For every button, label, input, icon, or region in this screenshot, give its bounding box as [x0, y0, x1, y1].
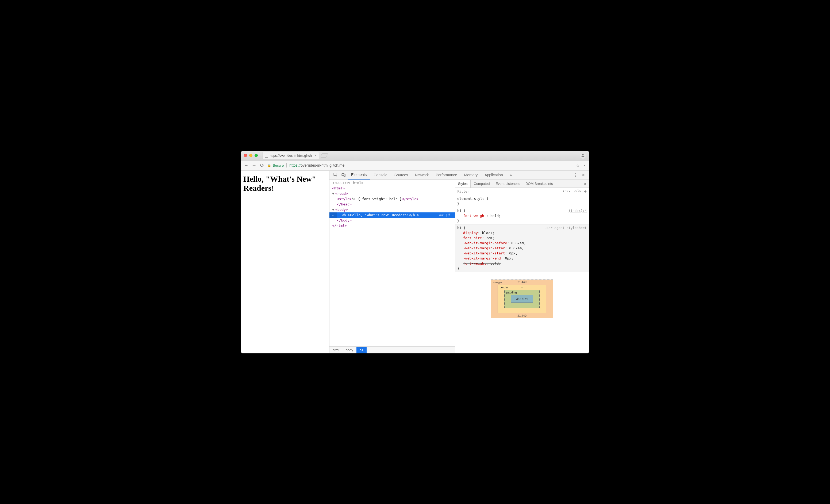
rule-h1-user-agent[interactable]: user agent stylesheet h1 { display: bloc…	[455, 224, 589, 272]
crumb-h1[interactable]: h1	[356, 347, 366, 353]
styles-tabs-overflow[interactable]: »	[582, 180, 589, 188]
devtools-close-icon[interactable]: ✕	[582, 172, 585, 178]
tab-application[interactable]: Application	[481, 171, 506, 180]
dom-line-html-open[interactable]: <html>	[329, 186, 455, 191]
crumb-html[interactable]: html	[329, 347, 343, 353]
devtools-tabs: Elements Console Sources Network Perform…	[329, 171, 589, 180]
rule-source-ua: user agent stylesheet	[544, 225, 587, 230]
inspect-element-button[interactable]	[331, 171, 340, 180]
chrome-menu-icon[interactable]: ⋮	[582, 163, 587, 168]
maximize-window-button[interactable]	[255, 154, 258, 157]
divider	[286, 163, 287, 167]
url-protocol: https://	[289, 163, 300, 167]
browser-window: https://overrides-in-html.glitch × ← → ⟳…	[241, 151, 589, 353]
box-border[interactable]: border - - - - padding - -	[498, 285, 546, 313]
pointer-icon	[333, 172, 338, 177]
lock-icon: 🔒	[267, 164, 271, 167]
person-icon	[581, 153, 585, 158]
file-icon	[265, 154, 268, 158]
box-content[interactable]: 352 × 74	[511, 295, 533, 303]
dom-line-body-open[interactable]: ▼<body>	[329, 207, 455, 212]
device-toolbar-button[interactable]	[340, 171, 348, 180]
dom-breadcrumbs: html body h1	[329, 346, 455, 353]
tab-title: https://overrides-in-html.glitch	[270, 154, 312, 158]
new-tab-button[interactable]	[320, 153, 328, 158]
secure-label: Secure	[273, 163, 284, 167]
devtools-body: <!DOCTYPE html> <html> ▼<head> <style>h1…	[329, 180, 589, 353]
box-model: margin 21.440 21.440 - - border - - -	[455, 272, 589, 353]
tabs-overflow[interactable]: »	[506, 171, 515, 180]
devtools-panel: Elements Console Sources Network Perform…	[329, 171, 589, 353]
styles-filter-row: Filter :hov .cls +	[455, 188, 589, 195]
tab-dom-breakpoints[interactable]: DOM Breakpoints	[522, 180, 556, 188]
styles-tabs: Styles Computed Event Listeners DOM Brea…	[455, 180, 589, 188]
browser-tab[interactable]: https://overrides-in-html.glitch ×	[263, 152, 319, 159]
rule-h1-author[interactable]: (index):4 h1 { font-weight: bold; }	[455, 207, 589, 224]
tab-computed[interactable]: Computed	[471, 180, 492, 188]
dom-tree[interactable]: <!DOCTYPE html> <html> ▼<head> <style>h1…	[329, 180, 455, 346]
cls-toggle[interactable]: .cls	[573, 189, 581, 194]
url-display[interactable]: https://overrides-in-html.glitch.me	[289, 163, 344, 167]
tab-event-listeners[interactable]: Event Listeners	[492, 180, 522, 188]
box-margin[interactable]: margin 21.440 21.440 - - border - - -	[491, 280, 553, 318]
content-row: Hello, "What's New" Readers! Elements Co…	[241, 171, 589, 353]
tab-network[interactable]: Network	[412, 171, 432, 180]
close-tab-icon[interactable]: ×	[315, 154, 317, 158]
dom-line-style[interactable]: <style>h1 { font-weight: bold }</style>	[329, 196, 455, 202]
rule-source-link[interactable]: (index):4	[569, 208, 587, 213]
dom-line-head-open[interactable]: ▼<head>	[329, 191, 455, 196]
url-host: overrides-in-html.glitch.me	[300, 163, 344, 167]
crumb-body[interactable]: body	[343, 347, 356, 353]
tab-sources[interactable]: Sources	[391, 171, 412, 180]
window-controls	[244, 154, 258, 157]
dom-line-html-close[interactable]: </html>	[329, 223, 455, 228]
back-button[interactable]: ←	[243, 163, 249, 168]
profile-avatar[interactable]	[580, 152, 586, 159]
rule-element-style[interactable]: element.style { }	[455, 195, 589, 207]
tab-console[interactable]: Console	[370, 171, 391, 180]
devices-icon	[341, 172, 346, 177]
bookmark-star-icon[interactable]: ☆	[576, 163, 580, 168]
tab-memory[interactable]: Memory	[461, 171, 481, 180]
forward-button[interactable]: →	[251, 163, 257, 168]
dom-line-doctype[interactable]: <!DOCTYPE html>	[329, 180, 455, 186]
tab-styles[interactable]: Styles	[455, 180, 471, 188]
selected-gutter: …	[329, 212, 337, 218]
dom-line-body-close[interactable]: </body>	[329, 218, 455, 223]
titlebar: https://overrides-in-html.glitch ×	[241, 151, 589, 160]
style-rules: element.style { } (index):4 h1 { font-we…	[455, 195, 589, 272]
page-heading: Hello, "What's New" Readers!	[243, 175, 327, 193]
selected-annotation: == $0	[439, 212, 452, 218]
styles-filter-input[interactable]: Filter	[457, 189, 560, 193]
new-style-rule-button[interactable]: +	[584, 189, 587, 194]
devtools-menu-icon[interactable]: ⋮	[574, 172, 578, 178]
dom-line-head-close[interactable]: </head>	[329, 202, 455, 207]
secure-indicator[interactable]: 🔒 Secure	[267, 163, 284, 167]
minimize-window-button[interactable]	[249, 154, 252, 157]
tab-performance[interactable]: Performance	[432, 171, 460, 180]
page-viewport: Hello, "What's New" Readers!	[241, 171, 329, 353]
tab-elements[interactable]: Elements	[348, 171, 370, 180]
svg-point-0	[582, 154, 583, 155]
elements-dom-panel: <!DOCTYPE html> <html> ▼<head> <style>h1…	[329, 180, 455, 353]
box-padding[interactable]: padding - - - - 352 × 74	[504, 290, 539, 308]
address-bar: ← → ⟳ 🔒 Secure https://overrides-in-html…	[241, 160, 589, 171]
hov-toggle[interactable]: :hov	[563, 189, 571, 194]
styles-panel: Styles Computed Event Listeners DOM Brea…	[455, 180, 589, 353]
dom-line-h1-selected[interactable]: … <h1>Hello, "What's New" Readers!</h1> …	[329, 212, 455, 218]
close-window-button[interactable]	[244, 154, 247, 157]
reload-button[interactable]: ⟳	[259, 162, 265, 168]
